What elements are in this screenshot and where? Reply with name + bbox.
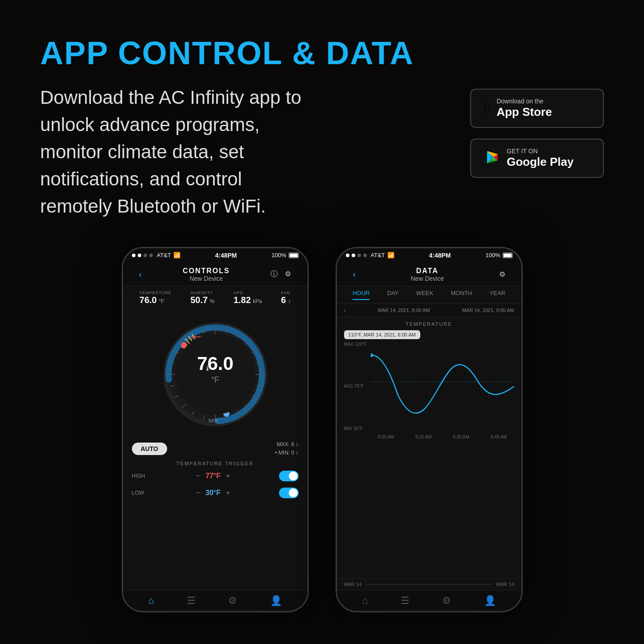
fan-value: 6 ↕	[281, 295, 291, 305]
data-status-right: 100%	[485, 252, 512, 258]
dial-container: 77°F 54°F 76.0 °F 🌡	[123, 310, 308, 437]
controls-status-bar: AT&T 📶 4:48PM 100%	[123, 248, 308, 263]
low-trigger-label: LOW	[132, 490, 148, 496]
high-trigger-label: HIGH	[132, 473, 148, 479]
svg-text:🌡: 🌡	[204, 365, 211, 372]
temp-label: TEMPERTURE	[139, 291, 172, 295]
vpd-unit: kPa	[253, 298, 262, 304]
date-bar-end: MAR 14	[496, 582, 514, 587]
tab-day[interactable]: DAY	[387, 290, 399, 300]
data-status-left: AT&T 📶	[346, 252, 394, 258]
y-label-max: MAX 120°F	[344, 342, 367, 347]
data-nav-settings-icon[interactable]: ⚙	[442, 595, 451, 607]
tab-hour[interactable]: HOUR	[353, 290, 369, 300]
controls-header-row: ‹ CONTROLS New Device ⓘ ⚙	[132, 265, 299, 284]
temperature-chart	[371, 342, 514, 431]
controls-status-left: AT&T 📶	[132, 252, 180, 258]
signal-dot-2	[138, 254, 141, 257]
svg-text:76.0: 76.0	[197, 353, 234, 374]
data-header-row: ‹ DATA New Device ⚙	[346, 265, 513, 284]
low-trigger-controls: − 30°F +	[196, 489, 230, 497]
page-title: APP CONTROL & DATA	[40, 36, 604, 71]
nav-settings-icon[interactable]: ⚙	[228, 595, 237, 607]
data-nav-list-icon[interactable]: ☰	[401, 595, 410, 607]
back-arrow-icon[interactable]: ‹	[139, 269, 142, 279]
apple-icon: 	[484, 100, 490, 116]
settings-icon[interactable]: ⚙	[285, 270, 291, 279]
chart-tooltip: 110°F, MAR 14, 2021, 8:00 AM	[344, 330, 420, 339]
signal-dot-4	[149, 254, 153, 257]
controls-title: CONTROLS	[183, 267, 230, 275]
low-trigger-toggle[interactable]	[279, 488, 299, 498]
data-bottom-nav: ⌂ ☰ ⚙ 👤	[337, 590, 521, 611]
tab-month[interactable]: MONTH	[451, 290, 472, 300]
info-icon[interactable]: ⓘ	[271, 270, 278, 279]
svg-text:°F: °F	[211, 375, 219, 384]
tab-week[interactable]: WEEK	[416, 290, 433, 300]
controls-status-right: 100%	[271, 252, 298, 258]
low-trigger-value: 30°F	[205, 489, 221, 497]
y-axis-labels: MAX 120°F AVG 75°F MIN 30°F	[344, 342, 367, 431]
google-play-text: GET IT ON Google Play	[507, 148, 574, 169]
x-label-2: 8:15 AM	[415, 435, 432, 439]
phone-controls-screen: AT&T 📶 4:48PM 100% ‹	[123, 248, 308, 611]
description-text: Download the AC Infinity app to unlock a…	[40, 84, 316, 220]
tab-year[interactable]: YEAR	[489, 290, 505, 300]
data-title: DATA	[410, 267, 444, 275]
auto-button[interactable]: AUTO	[132, 443, 167, 455]
data-carrier-label: AT&T	[371, 252, 385, 258]
climate-row: TEMPERTURE 76.0 °F HUMIDITY 50.7 %	[123, 286, 308, 310]
date-bar-line	[366, 584, 492, 585]
chart-wrapper: MAX 120°F AVG 75°F MIN 30°F	[344, 342, 514, 433]
climate-vpd: VPD 1.82 kPa	[234, 291, 262, 305]
data-nav-person-icon[interactable]: 👤	[484, 595, 496, 607]
app-store-sub-label: Download on the	[496, 98, 552, 105]
high-trigger-toggle[interactable]	[279, 471, 299, 481]
google-play-sub-label: GET IT ON	[507, 148, 574, 155]
app-store-button[interactable]:  Download on the App Store	[470, 89, 604, 128]
signal-dot-3	[144, 254, 147, 257]
data-settings-icon[interactable]: ⚙	[499, 270, 505, 279]
phone-data: AT&T 📶 4:48PM 100% ‹	[336, 247, 523, 612]
x-axis-labels: 8:00 AM 8:15 AM 8:30 AM 8:45 AM	[371, 433, 514, 441]
trigger-title: TEMPERATURE TRIGGER	[132, 461, 299, 466]
low-trigger-row: LOW − 30°F +	[132, 488, 299, 498]
top-section: APP CONTROL & DATA Download the AC Infin…	[0, 0, 644, 238]
controls-time: 4:48PM	[180, 252, 271, 259]
data-signal-dot-2	[352, 254, 355, 257]
nav-person-icon[interactable]: 👤	[270, 595, 282, 607]
humidity-value: 50.7 %	[190, 295, 214, 305]
humidity-unit: %	[210, 298, 215, 304]
climate-fan: FAN 6 ↕	[281, 291, 291, 305]
high-trigger-plus[interactable]: +	[226, 472, 230, 480]
high-trigger-minus[interactable]: −	[196, 472, 200, 480]
date-start: MAR 14, 2021, 8:00 AM	[378, 308, 430, 313]
data-time: 4:48PM	[394, 252, 485, 259]
data-battery-icon	[503, 253, 513, 258]
x-label-1: 8:00 AM	[378, 435, 394, 439]
vpd-reading: 1.82	[234, 295, 251, 305]
vpd-label: VPD	[234, 291, 262, 295]
data-nav-home-icon[interactable]: ⌂	[362, 595, 368, 607]
data-back-arrow-icon[interactable]: ‹	[353, 269, 356, 279]
low-trigger-minus[interactable]: −	[196, 489, 200, 497]
google-play-button[interactable]: GET IT ON Google Play	[470, 139, 604, 178]
fan-label: FAN	[281, 291, 291, 295]
data-battery-label: 100%	[485, 252, 500, 258]
low-trigger-plus[interactable]: +	[226, 489, 230, 497]
data-header: ‹ DATA New Device ⚙	[337, 263, 521, 286]
max-min-display: MAX: 6 ↕ • MIN: 0 ↕	[275, 440, 298, 457]
signal-dot-1	[132, 254, 135, 257]
nav-home-icon[interactable]: ⌂	[148, 595, 154, 607]
temperature-dial[interactable]: 77°F 54°F 76.0 °F 🌡	[157, 316, 273, 432]
date-nav-prev-icon[interactable]: ‹	[344, 308, 346, 313]
nav-list-icon[interactable]: ☰	[187, 595, 196, 607]
high-trigger-value: 77°F	[205, 472, 221, 480]
google-play-icon	[484, 149, 500, 167]
controls-bottom-nav: ⌂ ☰ ⚙ 👤	[123, 590, 308, 611]
carrier-label: AT&T	[157, 252, 171, 258]
chart-title: TEMPERATURE	[344, 321, 514, 327]
google-play-main-label: Google Play	[507, 155, 574, 169]
data-signal-dot-3	[357, 254, 361, 257]
app-store-text: Download on the App Store	[496, 98, 552, 119]
